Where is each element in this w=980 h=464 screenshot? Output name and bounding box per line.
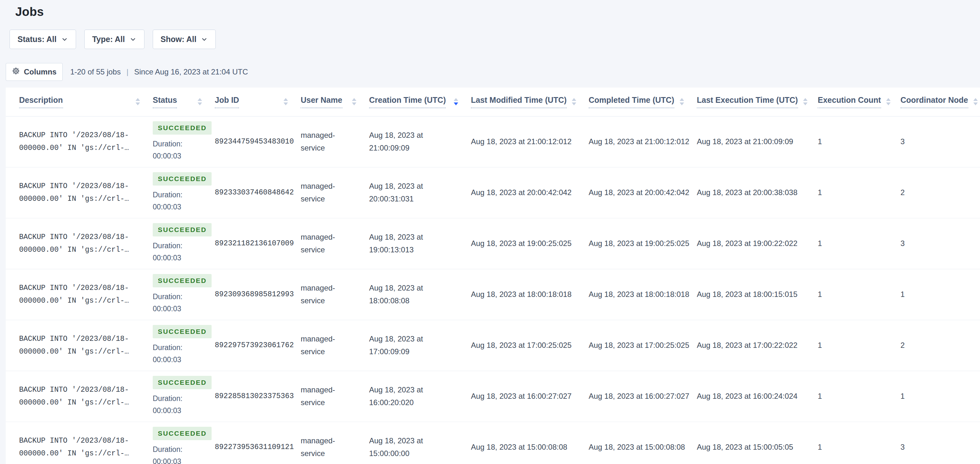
execution-count-cell: 1 (818, 116, 900, 167)
column-header-job-id[interactable]: Job ID (215, 88, 301, 116)
user-name-cell: managed-service (301, 320, 369, 371)
last-modified-time-cell: Aug 18, 2023 at 20:00:42:042 (471, 167, 589, 218)
last-modified-time-cell: Aug 18, 2023 at 19:00:25:025 (471, 218, 589, 269)
sort-arrows-icon[interactable] (973, 98, 978, 105)
coordinator-node-cell: 3 (900, 218, 980, 269)
last-execution-time-cell: Aug 18, 2023 at 21:00:09:09 (697, 116, 818, 167)
status-filter-label: Status: All (18, 35, 57, 44)
completed-time-cell: Aug 18, 2023 at 15:00:08:08 (589, 422, 697, 464)
jobs-table-card: Description Status Job ID User Name Crea… (6, 88, 980, 464)
duration-value: 00:00:03 (153, 303, 206, 315)
since-timestamp: Since Aug 16, 2023 at 21:04 UTC (134, 67, 248, 77)
column-header-description[interactable]: Description (6, 88, 153, 116)
status-cell: SUCCEEDED Duration: 00:00:03 (153, 371, 215, 422)
filter-bar: Status: All Type: All Show: All (10, 30, 980, 49)
job-id-cell: 892309368985812993 (215, 269, 301, 320)
job-id-cell: 892285813023375363 (215, 371, 301, 422)
last-execution-time-cell: Aug 18, 2023 at 18:00:15:015 (697, 269, 818, 320)
table-toolbar: Columns 1-20 of 55 jobs | Since Aug 16, … (6, 63, 980, 81)
last-execution-time-cell: Aug 18, 2023 at 19:00:22:022 (697, 218, 818, 269)
status-badge: SUCCEEDED (153, 427, 212, 440)
sort-arrows-icon[interactable] (572, 98, 576, 105)
duration-value: 00:00:03 (153, 252, 206, 264)
column-header-creation-time[interactable]: Creation Time (UTC) (369, 88, 471, 116)
status-cell: SUCCEEDED Duration: 00:00:03 (153, 116, 215, 167)
column-header-coordinator-node[interactable]: Coordinator Node (900, 88, 980, 116)
execution-count-cell: 1 (818, 269, 900, 320)
description-line: 000000.00' IN 'gs://crl-… (19, 345, 144, 358)
job-id-cell: 892273953631109121 (215, 422, 301, 464)
creation-time-cell: Aug 18, 2023 at 18:00:08:08 (369, 269, 471, 320)
duration-value: 00:00:03 (153, 455, 206, 464)
sort-arrows-icon[interactable] (197, 98, 202, 105)
column-header-last-execution-time[interactable]: Last Execution Time (UTC) (697, 88, 818, 116)
execution-count-cell: 1 (818, 422, 900, 464)
description-cell: BACKUP INTO '/2023/08/18- 000000.00' IN … (6, 371, 153, 422)
sort-arrows-icon[interactable] (886, 98, 891, 105)
chevron-down-icon (201, 36, 208, 43)
status-cell: SUCCEEDED Duration: 00:00:03 (153, 269, 215, 320)
table-row: BACKUP INTO '/2023/08/18- 000000.00' IN … (6, 269, 980, 320)
duration-label: Duration: (153, 189, 206, 201)
columns-button[interactable]: Columns (6, 63, 63, 81)
status-cell: SUCCEEDED Duration: 00:00:03 (153, 320, 215, 371)
coordinator-node-cell: 1 (900, 371, 980, 422)
column-header-user-name[interactable]: User Name (301, 88, 369, 116)
column-header-status[interactable]: Status (153, 88, 215, 116)
sort-arrows-icon[interactable] (352, 98, 356, 105)
coordinator-node-cell: 3 (900, 116, 980, 167)
status-badge: SUCCEEDED (153, 121, 212, 135)
execution-count-cell: 1 (818, 167, 900, 218)
show-filter-dropdown[interactable]: Show: All (153, 30, 216, 49)
last-modified-time-cell: Aug 18, 2023 at 16:00:27:027 (471, 371, 589, 422)
toolbar-separator: | (126, 67, 128, 77)
duration-label: Duration: (153, 392, 206, 405)
status-badge: SUCCEEDED (153, 223, 212, 236)
sort-arrows-icon[interactable] (454, 98, 458, 105)
description-line: BACKUP INTO '/2023/08/18- (19, 434, 144, 447)
completed-time-cell: Aug 18, 2023 at 19:00:25:025 (589, 218, 697, 269)
status-badge: SUCCEEDED (153, 172, 212, 185)
last-modified-time-cell: Aug 18, 2023 at 18:00:18:018 (471, 269, 589, 320)
description-line: 000000.00' IN 'gs://crl-… (19, 294, 144, 307)
description-cell: BACKUP INTO '/2023/08/18- 000000.00' IN … (6, 116, 153, 167)
duration-label: Duration: (153, 138, 206, 150)
description-line: 000000.00' IN 'gs://crl-… (19, 142, 144, 154)
execution-count-cell: 1 (818, 320, 900, 371)
type-filter-dropdown[interactable]: Type: All (84, 30, 145, 49)
last-modified-time-cell: Aug 18, 2023 at 21:00:12:012 (471, 116, 589, 167)
results-summary: 1-20 of 55 jobs | Since Aug 16, 2023 at … (63, 67, 248, 77)
last-execution-time-cell: Aug 18, 2023 at 16:00:24:024 (697, 371, 818, 422)
execution-count-cell: 1 (818, 218, 900, 269)
duration-value: 00:00:03 (153, 354, 206, 366)
execution-count-cell: 1 (818, 371, 900, 422)
table-row: BACKUP INTO '/2023/08/18- 000000.00' IN … (6, 116, 980, 167)
type-filter-label: Type: All (92, 35, 125, 44)
completed-time-cell: Aug 18, 2023 at 17:00:25:025 (589, 320, 697, 371)
coordinator-node-cell: 2 (900, 320, 980, 371)
job-id-cell: 892297573923061762 (215, 320, 301, 371)
last-execution-time-cell: Aug 18, 2023 at 15:00:05:05 (697, 422, 818, 464)
duration-value: 00:00:03 (153, 150, 206, 162)
sort-arrows-icon[interactable] (803, 98, 808, 105)
user-name-cell: managed-service (301, 218, 369, 269)
last-execution-time-cell: Aug 18, 2023 at 17:00:22:022 (697, 320, 818, 371)
column-header-completed-time[interactable]: Completed Time (UTC) (589, 88, 697, 116)
column-header-execution-count[interactable]: Execution Count (818, 88, 900, 116)
status-badge: SUCCEEDED (153, 325, 212, 338)
sort-arrows-icon[interactable] (283, 98, 288, 105)
duration-label: Duration: (153, 290, 206, 303)
coordinator-node-cell: 2 (900, 167, 980, 218)
user-name-cell: managed-service (301, 422, 369, 464)
description-cell: BACKUP INTO '/2023/08/18- 000000.00' IN … (6, 218, 153, 269)
column-header-last-modified-time[interactable]: Last Modified Time (UTC) (471, 88, 589, 116)
sort-arrows-icon[interactable] (679, 98, 684, 105)
status-cell: SUCCEEDED Duration: 00:00:03 (153, 218, 215, 269)
coordinator-node-cell: 3 (900, 422, 980, 464)
coordinator-node-cell: 1 (900, 269, 980, 320)
creation-time-cell: Aug 18, 2023 at 16:00:20:020 (369, 371, 471, 422)
sort-arrows-icon[interactable] (135, 98, 140, 105)
status-filter-dropdown[interactable]: Status: All (10, 30, 76, 49)
description-line: 000000.00' IN 'gs://crl-… (19, 193, 144, 205)
job-id-cell: 892321182136107009 (215, 218, 301, 269)
